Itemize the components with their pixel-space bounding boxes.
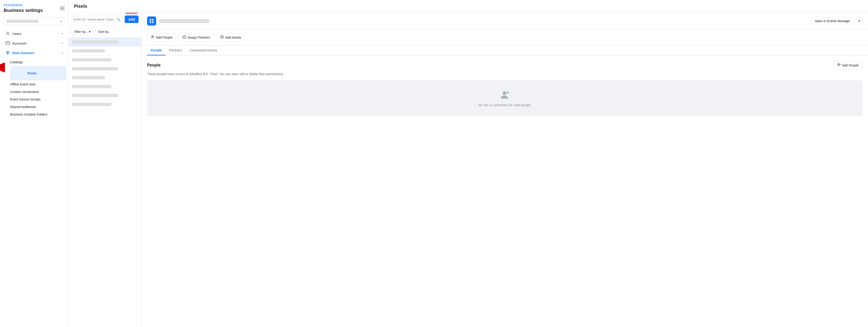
sidebar-item-offline-event-sets[interactable]: Offline Event Sets (10, 81, 66, 88)
sidebar-item-catalogs[interactable]: Catalogs (10, 58, 66, 66)
list-item[interactable] (68, 56, 142, 64)
facebook-logo: FACEBOOK (4, 4, 43, 7)
sidebar-item-users[interactable]: Users ▾ (2, 29, 66, 38)
page-title: Pixels (74, 4, 863, 9)
account-selector[interactable]: ▾ (4, 18, 65, 25)
sidebar-item-pixels[interactable]: Pixels (10, 66, 66, 80)
add-assets-button[interactable]: Add Assets (216, 33, 245, 41)
section-description: These people have access to ArkoBlox 8-6… (147, 72, 863, 76)
person-add-icon (837, 63, 841, 67)
red-arrow-up-icon (126, 13, 137, 13)
svg-rect-1 (6, 41, 10, 44)
sidebar-header: FACEBOOK Business settings (0, 0, 68, 15)
list-item[interactable] (68, 64, 142, 73)
svg-rect-14 (183, 36, 186, 38)
search-input-wrap[interactable]: 🔍 (71, 16, 123, 23)
action-buttons: Add People Assign Partners (142, 29, 868, 46)
empty-person-icon (499, 90, 510, 100)
list-item[interactable] (68, 38, 142, 47)
list-item[interactable] (68, 100, 142, 109)
add-people-button[interactable]: Add People (147, 33, 176, 41)
svg-rect-7 (150, 19, 151, 21)
svg-point-4 (7, 53, 8, 54)
page-header: Pixels (68, 0, 868, 13)
content-area: 🔍 Add Filter by... ▾ Sort by... (68, 13, 868, 327)
pixel-icon (147, 17, 156, 26)
data-sources-icon (5, 51, 10, 55)
account-selector-text (7, 20, 39, 23)
tab-people[interactable]: People (147, 46, 165, 56)
detail-panel: Open in Events Manager ▾ Add People (142, 13, 868, 327)
chevron-up-icon: ▴ (62, 52, 63, 54)
main-content: Pixels 🔍 Add Filter by... (68, 0, 868, 327)
list-toolbar: 🔍 Add (68, 13, 142, 26)
svg-point-3 (8, 51, 9, 53)
sort-button[interactable]: Sort by... (95, 28, 114, 35)
empty-state: No one is connected yet. Add people. (147, 80, 863, 116)
pixel-name (159, 19, 209, 23)
sidebar-item-data-sources-label: Data Sources (12, 51, 34, 55)
sidebar-item-custom-conversions[interactable]: Custom conversions (10, 88, 66, 95)
dropdown-button[interactable]: ▾ (856, 17, 863, 25)
sidebar-item-users-label: Users (12, 32, 21, 36)
list-item[interactable] (68, 47, 142, 56)
section-title: People (147, 63, 160, 68)
svg-line-5 (7, 53, 8, 53)
chevron-down-icon: ▾ (62, 42, 63, 44)
chevron-down-icon: ▾ (62, 32, 63, 35)
svg-rect-10 (152, 22, 153, 23)
tabs: People Partners Connected Assets (142, 46, 868, 56)
list-item[interactable] (68, 82, 142, 91)
sidebar-item-business-creative-folders[interactable]: Business Creative Folders (10, 111, 66, 118)
assign-partners-button[interactable]: Assign Partners (179, 33, 214, 41)
chevron-down-icon: ▾ (61, 20, 62, 23)
sidebar-item-accounts[interactable]: Accounts ▾ (2, 38, 66, 48)
svg-rect-9 (150, 22, 151, 23)
chevron-down-icon: ▾ (89, 30, 90, 34)
list-item[interactable] (68, 73, 142, 82)
briefcase-icon (182, 35, 186, 39)
add-assets-icon (220, 35, 224, 39)
detail-header: Open in Events Manager ▾ (142, 13, 868, 29)
sidebar-item-shared-audiences[interactable]: Shared Audiences (10, 103, 66, 111)
accounts-icon (5, 41, 10, 46)
svg-point-18 (838, 63, 839, 65)
tab-partners[interactable]: Partners (165, 46, 186, 56)
list-panel: 🔍 Add Filter by... ▾ Sort by... (68, 13, 142, 327)
data-sources-subnav: Catalogs Pixels Offline Event Sets Custo… (0, 58, 68, 119)
filter-button[interactable]: Filter by... ▾ (71, 28, 93, 35)
list-items (68, 38, 142, 327)
people-section-add-button[interactable]: Add People (833, 61, 863, 69)
svg-point-2 (6, 51, 7, 53)
add-button[interactable]: Add (125, 16, 138, 23)
person-add-icon (151, 35, 155, 39)
svg-point-21 (503, 91, 506, 95)
svg-point-11 (152, 36, 153, 37)
sidebar-item-data-sources[interactable]: Data Sources ▴ (2, 48, 66, 57)
search-input[interactable] (74, 18, 116, 21)
sidebar: FACEBOOK Business settings ▾ Users ▾ (0, 0, 68, 327)
svg-point-0 (7, 32, 9, 34)
svg-rect-8 (152, 19, 153, 21)
nav-section: Users ▾ Accounts ▾ (0, 28, 68, 120)
red-arrow-left-icon (0, 63, 5, 72)
sidebar-item-accounts-label: Accounts (12, 41, 27, 45)
section-title-row: People Add People (147, 61, 863, 69)
tab-content-people: People Add People These people have acce… (142, 56, 868, 121)
list-item[interactable] (68, 91, 142, 100)
sidebar-branding: FACEBOOK Business settings (4, 4, 43, 13)
filter-sort-bar: Filter by... ▾ Sort by... (68, 26, 142, 38)
tab-connected-assets[interactable]: Connected Assets (186, 46, 221, 56)
svg-line-6 (8, 53, 8, 53)
empty-state-text: No one is connected yet. Add people. (478, 103, 531, 107)
open-events-manager-button[interactable]: Open in Events Manager (811, 17, 854, 25)
business-settings-title: Business settings (4, 8, 43, 13)
search-icon: 🔍 (117, 18, 120, 21)
sidebar-item-event-source-groups[interactable]: Event Source Groups (10, 96, 66, 103)
hamburger-menu-icon[interactable] (60, 7, 65, 10)
user-icon (5, 31, 10, 36)
